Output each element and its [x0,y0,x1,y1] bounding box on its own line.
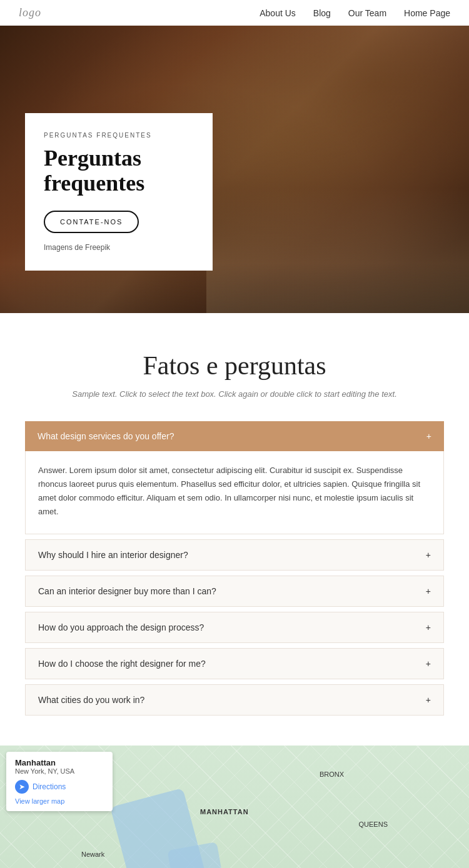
map-info-box: Manhattan New York, NY, USA ➤ Directions… [6,752,113,811]
nav-team[interactable]: Our Team [348,8,386,18]
contact-button[interactable]: CONTATE-NOS [44,211,139,233]
faq-item-2[interactable]: Can an interior designer buy more than I… [25,576,444,607]
view-larger-map-link[interactable]: View larger map [15,797,104,805]
faq-open-plus-icon: + [426,431,431,441]
nav-about[interactable]: About Us [260,8,296,18]
faq-question-1: Why should I hire an interior designer? [38,550,188,560]
logo: logo [19,6,41,19]
faq-open-item[interactable]: What design services do you offer? + [25,421,444,451]
faq-section: Fatos e perguntas Sample text. Click to … [0,313,469,746]
hero-credit: Imagens de Freepik [44,243,194,252]
faq-item-5[interactable]: What cities do you work in? + [25,684,444,716]
faq-item-4[interactable]: How do I choose the right designer for m… [25,648,444,679]
faq-open-question: What design services do you offer? [38,431,174,441]
faq-subtitle: Sample text. Click to select the text bo… [25,389,444,399]
directions-icon: ➤ [15,780,29,794]
faq-plus-icon-4: + [426,659,431,669]
faq-answer-text: Answer. Lorem ipsum dolor sit amet, cons… [38,464,431,519]
faq-item-1[interactable]: Why should I hire an interior designer? … [25,539,444,571]
hero-card: PERGUNTAS FREQUENTES Perguntas frequente… [25,113,213,271]
faq-plus-icon-3: + [426,622,431,632]
map-queens-label: QUEENS [359,821,388,828]
nav-home[interactable]: Home Page [404,8,450,18]
freepik-link[interactable]: Freepik [85,243,110,252]
map-bronx-label: BRONX [320,771,344,778]
map-section: New York MANHATTAN BRONX BROOKLYN QUEENS… [0,746,469,868]
map-directions-row: ➤ Directions [15,780,104,794]
faq-open-answer: Answer. Lorem ipsum dolor sit amet, cons… [25,451,444,534]
navbar: logo About Us Blog Our Team Home Page [0,0,469,26]
map-newark-label: Newark [81,851,104,858]
faq-question-4: How do I choose the right designer for m… [38,659,206,669]
faq-plus-icon-1: + [426,550,431,560]
hero-section: PERGUNTAS FREQUENTES Perguntas frequente… [0,26,469,313]
nav-blog[interactable]: Blog [313,8,331,18]
faq-question-5: What cities do you work in? [38,695,144,705]
faq-plus-icon-5: + [426,695,431,705]
directions-label[interactable]: Directions [33,782,66,791]
nav-links: About Us Blog Our Team Home Page [260,7,450,19]
map-address: New York, NY, USA [15,767,104,775]
faq-plus-icon-2: + [426,586,431,596]
map-manhattan-label: MANHATTAN [200,808,249,816]
map-location-title: Manhattan [15,758,104,767]
hero-title: Perguntas frequentes [44,146,194,196]
faq-main-title: Fatos e perguntas [25,351,444,381]
faq-item-3[interactable]: How do you approach the design process? … [25,612,444,643]
hero-tag: PERGUNTAS FREQUENTES [44,132,194,139]
faq-question-2: Can an interior designer buy more than I… [38,586,216,596]
faq-question-3: How do you approach the design process? [38,622,204,632]
